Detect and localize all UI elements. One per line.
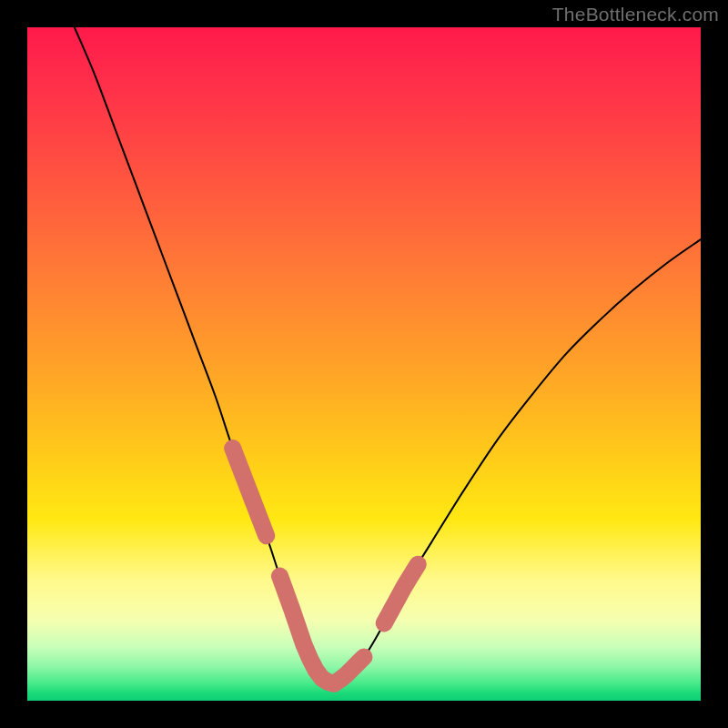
highlight-overlay <box>233 449 419 684</box>
bottleneck-curve <box>75 27 701 684</box>
chart-frame: TheBottleneck.com <box>0 0 728 728</box>
watermark-text: TheBottleneck.com <box>552 4 719 25</box>
plot-area <box>27 27 701 701</box>
curve-svg <box>27 27 701 701</box>
